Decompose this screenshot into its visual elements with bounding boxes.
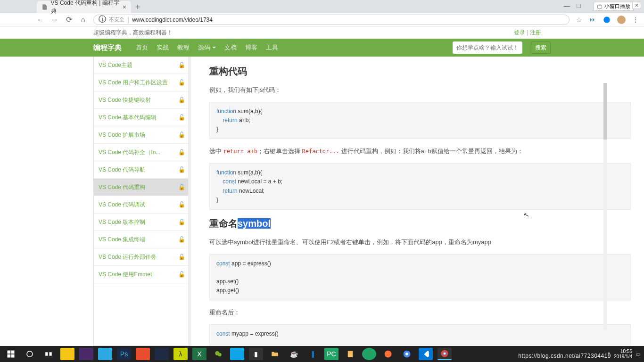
scrollbar-thumb[interactable] bbox=[603, 83, 607, 140]
nav-home[interactable]: 首页 bbox=[136, 43, 148, 52]
app-icon[interactable] bbox=[362, 348, 376, 360]
eclipse-icon[interactable] bbox=[79, 348, 93, 360]
vscode-icon[interactable] bbox=[419, 348, 433, 360]
nav-blog[interactable]: 博客 bbox=[245, 43, 257, 52]
pip-close-button[interactable]: ✕ bbox=[632, 2, 641, 9]
nav-docs[interactable]: 文档 bbox=[224, 43, 237, 52]
tab-close-icon[interactable]: × bbox=[123, 3, 126, 11]
unlock-icon: 🔓 bbox=[178, 62, 185, 68]
url-box[interactable]: ⓘ 不安全 | www.codingdict.com/video/1734 bbox=[93, 15, 570, 25]
sidebar-item[interactable]: VS Code 版本控制🔓 bbox=[94, 214, 190, 231]
svg-rect-0 bbox=[598, 5, 602, 8]
sidebar-item[interactable]: VS Code 基本代码编辑🔓 bbox=[94, 109, 190, 126]
inline-code: Refactor... bbox=[302, 148, 339, 155]
highlighted-word: symbol bbox=[238, 218, 271, 229]
sidebar-item[interactable]: VS Code 代码重构🔓 bbox=[94, 179, 190, 196]
page-top-bar: 超级编程字典，高效编程利器！ 登录 | 注册 bbox=[0, 26, 644, 39]
messenger-icon[interactable] bbox=[603, 16, 611, 24]
folder-icon[interactable] bbox=[268, 348, 282, 360]
reload-button[interactable]: ⟳ bbox=[65, 15, 73, 24]
tab-strip: VS Code 代码重构 | 编程字典 × + — □ 小窗口播放 ✕ bbox=[0, 0, 644, 13]
unlock-icon: 🔓 bbox=[178, 79, 185, 86]
sidebar-item[interactable]: VS Code 集成终端🔓 bbox=[94, 231, 190, 248]
taskview-icon[interactable] bbox=[41, 348, 56, 360]
register-link[interactable]: 注册 bbox=[530, 29, 541, 36]
heading-rename: 重命名symbol bbox=[209, 217, 631, 230]
svg-rect-11 bbox=[348, 351, 353, 357]
svg-rect-2 bbox=[8, 351, 11, 354]
app-icon[interactable] bbox=[155, 348, 169, 360]
clock[interactable]: 10:55 2019/1/4 bbox=[614, 349, 632, 359]
sidebar-item[interactable]: VS Code 代码补全（In...🔓 bbox=[94, 144, 190, 161]
sidebar: VS Code主题🔓VS Code 用户和工作区设置🔓VS Code 快捷键映射… bbox=[93, 57, 190, 346]
app-icon[interactable]: λ bbox=[173, 348, 188, 360]
photoshop-icon[interactable]: Ps bbox=[117, 348, 131, 360]
content-wrap: VS Code主题🔓VS Code 用户和工作区设置🔓VS Code 快捷键映射… bbox=[0, 57, 644, 346]
sidebar-item-label: VS Code 集成终端 bbox=[99, 236, 145, 244]
nav-tools[interactable]: 工具 bbox=[266, 43, 278, 52]
system-tray[interactable]: ˄ 10:55 2019/1/4 ▭ bbox=[608, 349, 640, 359]
article: 重构代码 例如，我们有如下js代码： function sum(a,b){ re… bbox=[190, 57, 644, 346]
app-icon[interactable]: ‖ bbox=[305, 348, 320, 360]
sidebar-item-label: VS Code 代码补全（In... bbox=[99, 148, 160, 156]
home-button[interactable]: ⌂ bbox=[79, 16, 87, 24]
start-button[interactable] bbox=[4, 348, 18, 360]
back-button[interactable]: ← bbox=[37, 16, 44, 24]
svg-point-6 bbox=[27, 351, 33, 357]
unlock-icon: 🔓 bbox=[178, 97, 185, 103]
paragraph: 例如，我们有如下js代码： bbox=[209, 85, 631, 95]
profile-avatar[interactable] bbox=[617, 16, 626, 24]
svg-rect-5 bbox=[11, 354, 15, 358]
wechat-icon[interactable] bbox=[211, 348, 225, 360]
unlock-icon: 🔓 bbox=[178, 201, 185, 208]
login-link[interactable]: 登录 bbox=[514, 29, 525, 36]
firefox-icon[interactable] bbox=[381, 348, 395, 360]
extension-icon[interactable] bbox=[589, 16, 596, 24]
sidebar-item-label: VS Code 版本控制 bbox=[99, 218, 145, 226]
svg-point-17 bbox=[444, 353, 446, 355]
notifications-icon[interactable]: ▭ bbox=[636, 352, 640, 357]
maximize-button[interactable]: □ bbox=[577, 2, 581, 9]
terminal-icon[interactable]: ▮ bbox=[249, 348, 263, 360]
menu-icon[interactable]: ⋮ bbox=[632, 16, 639, 24]
browser-tab[interactable]: VS Code 代码重构 | 编程字典 × bbox=[37, 1, 131, 13]
sidebar-item[interactable]: VS Code 用户和工作区设置🔓 bbox=[94, 74, 190, 91]
app-icon[interactable] bbox=[98, 348, 112, 360]
cortana-icon[interactable] bbox=[23, 348, 37, 360]
pycharm-icon[interactable]: PC bbox=[324, 348, 339, 360]
search-button[interactable]: 搜索 bbox=[531, 41, 551, 54]
app-icon[interactable] bbox=[136, 348, 150, 360]
tab-title: VS Code 代码重构 | 编程字典 bbox=[51, 0, 123, 15]
nav-tutorial[interactable]: 教程 bbox=[177, 43, 190, 52]
forward-button[interactable]: → bbox=[51, 16, 58, 24]
minimize-button[interactable]: — bbox=[564, 2, 570, 9]
sidebar-item[interactable]: VS Code 快捷键映射🔓 bbox=[94, 91, 190, 109]
sidebar-item[interactable]: VS Code 代码调试🔓 bbox=[94, 196, 190, 214]
sidebar-item-label: VS Code主题 bbox=[99, 61, 132, 69]
chrome-active-icon[interactable] bbox=[438, 348, 452, 360]
search-input[interactable] bbox=[453, 41, 522, 54]
sidebar-item[interactable]: VS Code 运行外部任务🔓 bbox=[94, 248, 190, 266]
app-icon[interactable] bbox=[230, 348, 244, 360]
excel-icon[interactable]: X bbox=[192, 348, 206, 360]
app-icon[interactable] bbox=[60, 348, 74, 360]
scrollbar[interactable] bbox=[603, 83, 607, 330]
notepad-icon[interactable] bbox=[343, 348, 357, 360]
sidebar-item-label: VS Code 运行外部任务 bbox=[99, 253, 157, 261]
chrome-icon[interactable] bbox=[400, 348, 414, 360]
app-icon[interactable]: ☕ bbox=[287, 348, 301, 360]
sidebar-item[interactable]: VS Code 使用Emmet🔓 bbox=[94, 266, 190, 283]
sidebar-item[interactable]: VS Code主题🔓 bbox=[94, 57, 190, 74]
bookmark-icon[interactable]: ☆ bbox=[576, 16, 582, 24]
sidebar-item[interactable]: VS Code 扩展市场🔓 bbox=[94, 126, 190, 144]
sidebar-item-label: VS Code 代码导航 bbox=[99, 166, 145, 174]
heading-refactor: 重构代码 bbox=[209, 65, 631, 78]
sidebar-item[interactable]: VS Code 代码导航🔓 bbox=[94, 161, 190, 179]
unlock-icon: 🔓 bbox=[178, 166, 185, 173]
tv-icon bbox=[597, 4, 603, 9]
pip-badge[interactable]: 小窗口播放 bbox=[594, 2, 634, 11]
new-tab-button[interactable]: + bbox=[131, 1, 144, 13]
brand[interactable]: 编程字典 bbox=[93, 43, 122, 52]
nav-practice[interactable]: 实战 bbox=[157, 43, 169, 52]
nav-source[interactable]: 源码 bbox=[198, 43, 216, 52]
